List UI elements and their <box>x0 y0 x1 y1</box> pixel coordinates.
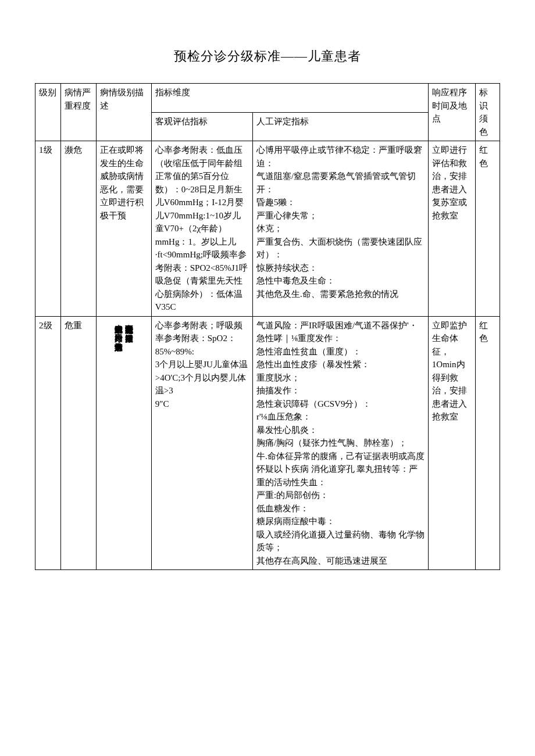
cell-obj: 心率参考附表；呼吸频率参考附表：SpO2：85%~89%: 3个月以上嬰JU儿童… <box>151 316 252 570</box>
cell-color: 红色 <box>476 316 500 570</box>
cell-response: 立即监护生命体征，1Omin内得到救治，安排患者进入抢救室 <box>428 316 475 570</box>
cell-severity: 濒危 <box>61 141 96 317</box>
desc-col-2: 需要立即治疗或可能对器官功能造成不可逆的损害,应在短时间内接受治疗 <box>124 319 133 336</box>
header-row-1: 级别 病情严重程度 痾情级别描述 指标维度 响应程序时间及地点 标识须色 <box>35 84 500 113</box>
cell-level: 1级 <box>35 141 61 317</box>
cell-desc: 正在或即将发生的生命威胁或病情恶化，需要立即进行积极干预 <box>96 141 151 317</box>
desc-col-1: 病情有进展或恶化的危险,如不及时行治疗,病人病情将会进入命危状态 <box>114 319 123 336</box>
page-title: 预检分诊分级标准——儿童患者 <box>35 46 500 66</box>
header-level: 级别 <box>35 84 61 141</box>
cell-desc: 病情有进展或恶化的危险,如不及时行治疗,病人病情将会进入命危状态 需要立即治疗或… <box>96 316 151 570</box>
header-manual: 人工评定指标 <box>252 112 428 141</box>
header-obj: 客观评估指标 <box>151 112 252 141</box>
cell-color: 红色 <box>476 141 500 317</box>
cell-manual: 气道风险：严IR呼吸困难/气道不器保护'・ 急性哮｜⅛重度发作： 急性溶血性贫血… <box>252 316 428 570</box>
cell-severity: 危重 <box>61 316 96 570</box>
table-row: 1级 濒危 正在或即将发生的生命威胁或病情恶化，需要立即进行积极干预 心率参考附… <box>35 141 500 317</box>
cell-level: 2级 <box>35 316 61 570</box>
header-color: 标识须色 <box>476 84 500 141</box>
header-response: 响应程序时间及地点 <box>428 84 475 141</box>
header-desc: 痾情级别描述 <box>96 84 151 141</box>
header-dim: 指标维度 <box>151 84 428 113</box>
cell-obj: 心率参考附表：低血压（收缩压低于同年龄组正常值的第5百分位数）：0~28日足月新… <box>151 141 252 317</box>
triage-table: 级别 病情严重程度 痾情级别描述 指标维度 响应程序时间及地点 标识须色 客观评… <box>35 83 500 570</box>
table-row: 2级 危重 病情有进展或恶化的危险,如不及时行治疗,病人病情将会进入命危状态 需… <box>35 316 500 570</box>
cell-manual: 心博用平吸停止或节律不稳定：严重呼吸窘迫： 气道阻塞/窒息需要紧急气管插管或气管… <box>252 141 428 317</box>
cell-response: 立即进行评估和救治，安排患者进入复苏室或抢救室 <box>428 141 475 317</box>
header-severity: 病情严重程度 <box>61 84 96 141</box>
